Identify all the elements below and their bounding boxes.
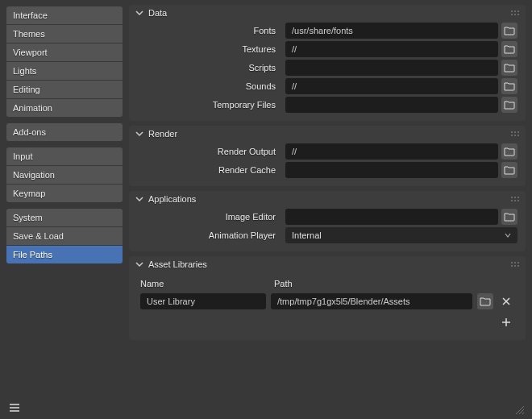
resize-handle-icon <box>516 406 524 414</box>
render-input-render-output[interactable] <box>285 143 498 160</box>
svg-point-13 <box>514 197 516 198</box>
asset-libraries-columns: Name Path <box>140 277 514 293</box>
svg-point-0 <box>511 10 513 12</box>
data-input-scripts[interactable] <box>285 60 498 76</box>
panel-render: Render Render OutputRender Cache <box>129 126 526 186</box>
hamburger-menu-button[interactable] <box>8 401 21 414</box>
svg-point-15 <box>511 200 513 201</box>
svg-point-11 <box>517 135 519 136</box>
panel-asset-libraries-title: Asset Libraries <box>148 259 207 269</box>
sidebar-item-interface[interactable]: Interface <box>6 6 123 24</box>
input-image-editor[interactable] <box>285 209 498 225</box>
render-row-render-cache: Render Cache <box>137 162 517 178</box>
column-header-name: Name <box>140 279 266 288</box>
dropdown-animation-player[interactable]: Internal <box>285 227 517 243</box>
browse-folder-button[interactable] <box>501 143 517 160</box>
svg-point-9 <box>511 135 513 136</box>
data-label: Fonts <box>137 26 282 35</box>
svg-point-4 <box>514 14 516 15</box>
svg-point-18 <box>511 262 513 263</box>
browse-folder-button[interactable] <box>501 23 517 39</box>
chevron-down-icon <box>135 260 143 268</box>
row-animation-player: Animation Player Internal <box>137 227 517 243</box>
data-row-textures: Textures <box>137 41 517 57</box>
browse-folder-button[interactable] <box>501 162 517 178</box>
add-asset-library-button[interactable] <box>498 314 514 330</box>
chevron-down-icon <box>505 232 511 239</box>
panel-asset-libraries: Asset Libraries Name Path <box>129 256 526 340</box>
sidebar-item-file-paths[interactable]: File Paths <box>6 246 123 263</box>
svg-point-17 <box>517 200 519 201</box>
sidebar-item-editing[interactable]: Editing <box>6 81 123 98</box>
data-input-temporary-files[interactable] <box>285 97 498 113</box>
svg-point-12 <box>511 197 513 198</box>
sidebar-item-system[interactable]: System <box>6 209 123 226</box>
svg-point-1 <box>514 10 516 12</box>
sidebar-item-keymap[interactable]: Keymap <box>6 185 123 202</box>
data-row-scripts: Scripts <box>137 60 517 76</box>
panel-render-title: Render <box>148 129 177 139</box>
browse-folder-button[interactable] <box>501 41 517 57</box>
sidebar-item-animation[interactable]: Animation <box>6 99 123 117</box>
chevron-down-icon <box>135 130 143 138</box>
data-row-temporary-files: Temporary Files <box>137 97 517 113</box>
panel-data-title: Data <box>148 8 167 18</box>
sidebar-item-lights[interactable]: Lights <box>6 62 123 80</box>
sidebar-item-save-load[interactable]: Save & Load <box>6 227 123 245</box>
asset-library-path-input[interactable] <box>271 293 472 309</box>
asset-library-name-input[interactable] <box>140 293 266 309</box>
grip-dots-icon <box>511 10 519 15</box>
sidebar-item-themes[interactable]: Themes <box>6 25 123 43</box>
svg-point-21 <box>511 265 513 267</box>
browse-folder-button[interactable] <box>477 293 493 309</box>
svg-point-23 <box>517 265 519 267</box>
label-image-editor: Image Editor <box>137 212 282 222</box>
svg-point-7 <box>514 131 516 133</box>
data-input-textures[interactable] <box>285 41 498 57</box>
panel-data-header[interactable]: Data <box>129 5 526 21</box>
render-input-render-cache[interactable] <box>285 162 498 178</box>
svg-point-6 <box>511 131 513 133</box>
svg-point-3 <box>511 14 513 15</box>
sidebar-item-input[interactable]: Input <box>6 147 123 165</box>
data-input-fonts[interactable] <box>285 23 498 39</box>
browse-folder-button[interactable] <box>501 60 517 76</box>
panel-applications: Applications Image Editor Animation Play… <box>129 191 526 251</box>
asset-library-row <box>140 293 514 309</box>
remove-asset-library-button[interactable] <box>498 293 514 309</box>
svg-point-19 <box>514 262 516 263</box>
render-label: Render Cache <box>137 165 282 175</box>
preferences-main: Data FontsTexturesScriptsSoundsTemporary… <box>129 0 532 419</box>
preferences-sidebar: InterfaceThemesViewportLightsEditingAnim… <box>0 0 129 419</box>
grip-dots-icon <box>511 131 519 136</box>
browse-folder-button[interactable] <box>501 78 517 94</box>
sidebar-item-viewport[interactable]: Viewport <box>6 44 123 61</box>
data-label: Temporary Files <box>137 100 282 110</box>
row-image-editor: Image Editor <box>137 209 517 225</box>
dropdown-value: Internal <box>292 230 322 240</box>
grip-dots-icon <box>511 262 519 267</box>
sidebar-item-navigation[interactable]: Navigation <box>6 166 123 184</box>
svg-point-10 <box>514 135 516 136</box>
render-label: Render Output <box>137 147 282 156</box>
data-row-sounds: Sounds <box>137 78 517 94</box>
label-animation-player: Animation Player <box>137 230 282 240</box>
data-label: Sounds <box>137 81 282 91</box>
browse-folder-button[interactable] <box>501 97 517 113</box>
svg-point-2 <box>517 10 519 12</box>
panel-asset-libraries-header[interactable]: Asset Libraries <box>129 256 526 272</box>
chevron-down-icon <box>135 195 143 203</box>
panel-render-header[interactable]: Render <box>129 126 526 142</box>
svg-point-5 <box>517 14 519 15</box>
panel-applications-title: Applications <box>148 194 196 204</box>
svg-point-14 <box>517 197 519 198</box>
sidebar-item-add-ons[interactable]: Add-ons <box>6 123 123 141</box>
data-input-sounds[interactable] <box>285 78 498 94</box>
panel-data: Data FontsTexturesScriptsSoundsTemporary… <box>129 5 526 121</box>
svg-point-16 <box>514 200 516 201</box>
panel-applications-header[interactable]: Applications <box>129 191 526 207</box>
svg-point-22 <box>514 265 516 267</box>
browse-folder-button[interactable] <box>501 209 517 225</box>
data-label: Textures <box>137 44 282 54</box>
svg-point-20 <box>517 262 519 263</box>
